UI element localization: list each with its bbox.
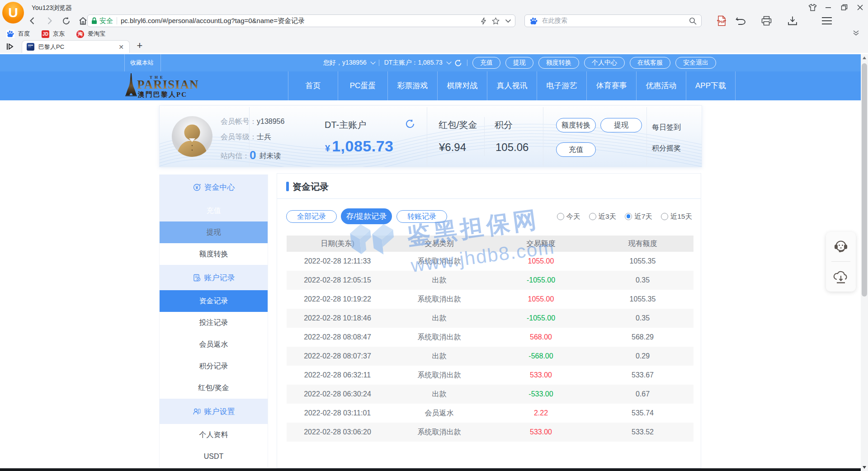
table-row[interactable]: 2022-02-28 03:11:01会员返水2.22535.74 — [287, 404, 693, 423]
member-id-value: y138956 — [257, 118, 284, 125]
account-refresh-icon[interactable] — [405, 119, 415, 129]
radio-icon[interactable] — [625, 213, 632, 220]
nav-item-promotions[interactable]: 优惠活动 — [636, 71, 686, 100]
table-row[interactable]: 2022-02-28 10:18:46出款-1055.000.35 — [287, 309, 693, 328]
scrollbar-thumb[interactable] — [862, 63, 867, 297]
sidebar-item-积分记录[interactable]: 积分记录 — [160, 355, 268, 377]
site-topbar: 收藏本站 您好，y138956 DT主账户：1,085.73 充值提现额度转换个… — [0, 54, 861, 71]
sidebar-item-资金记录[interactable]: 资金记录 — [160, 290, 268, 312]
baidu-paw-icon — [529, 17, 538, 25]
range-option-1[interactable]: 今天 — [557, 212, 580, 221]
bookmarks-collapse-icon[interactable] — [853, 30, 859, 38]
table-row[interactable]: 2022-02-28 08:07:37出款-568.000.29 — [287, 347, 693, 366]
member-level-value: 士兵 — [257, 133, 271, 141]
points-lottery-link[interactable]: 积分摇奖 — [652, 144, 681, 153]
bookmark-item[interactable]: 百度 — [6, 30, 30, 38]
withdraw-button[interactable]: 提现 — [505, 57, 533, 69]
table-row[interactable]: 2022-02-28 12:05:15出款-1055.000.35 — [287, 271, 693, 290]
inbox-count[interactable]: 0 — [250, 148, 256, 162]
menu-icon[interactable] — [821, 16, 832, 25]
search-icon[interactable] — [689, 17, 697, 25]
sidebar-item-投注记录[interactable]: 投注记录 — [160, 312, 268, 334]
refresh-icon[interactable] — [61, 15, 71, 26]
range-option-3[interactable]: 近7天 — [625, 212, 652, 221]
sidebar-item-提现[interactable]: 提现 — [160, 221, 268, 243]
table-row[interactable]: 2022-02-28 08:08:47系统取消出款568.00568.29 — [287, 328, 693, 347]
logout-button[interactable]: 安全退出 — [675, 57, 716, 69]
nav-item-lottery[interactable]: 彩票游戏 — [387, 71, 437, 100]
nav-item-pc-egg[interactable]: PC蛋蛋 — [338, 71, 387, 100]
radio-icon[interactable] — [557, 213, 564, 220]
nav-item-board-games[interactable]: 棋牌对战 — [437, 71, 487, 100]
bookmark-item[interactable]: 淘爱淘宝 — [76, 30, 105, 38]
table-row[interactable]: 2022-02-28 12:11:33系统取消出款1055.001055.35 — [287, 252, 693, 271]
undo-icon[interactable] — [736, 16, 746, 25]
card-transfer-button[interactable]: 额度转换 — [556, 118, 596, 132]
vertical-scrollbar[interactable] — [861, 54, 868, 471]
nav-item-home[interactable]: 首页 — [288, 71, 338, 100]
daily-signin-link[interactable]: 每日签到 — [652, 123, 681, 132]
sidebar-item-USDT[interactable]: USDT — [160, 446, 268, 467]
home-icon[interactable] — [77, 15, 88, 26]
nav-item-live-casino[interactable]: 真人视讯 — [487, 71, 537, 100]
maximize-restore-icon[interactable] — [840, 3, 849, 12]
sidebar-section-label: 账户设置 — [204, 406, 235, 417]
range-option-2[interactable]: 近3天 — [589, 212, 617, 221]
nav-item-sports[interactable]: 体育赛事 — [586, 71, 636, 100]
filter-transfer-records[interactable]: 转账记录 — [396, 210, 447, 223]
radio-icon[interactable] — [589, 213, 596, 220]
back-icon[interactable] — [27, 15, 38, 26]
main-account-text[interactable]: DT主账户：1,085.73 — [384, 59, 443, 67]
favorite-site-link[interactable]: 收藏本站 — [130, 54, 154, 71]
app-download-button[interactable] — [826, 262, 856, 291]
search-box[interactable]: 在此搜索 — [524, 14, 702, 27]
table-row[interactable]: 2022-02-28 03:06:20系统取消出款533.00533.52 — [287, 423, 693, 442]
print-icon[interactable] — [761, 16, 772, 26]
site-logo[interactable]: THE PARISIAN 澳門巴黎人PC — [124, 72, 224, 99]
cell-balance: 0.29 — [592, 352, 693, 360]
theme-skin-icon[interactable] — [808, 3, 817, 12]
sidebar-item-红包/奖金[interactable]: 红包/奖金 — [160, 377, 268, 399]
pdf-tool-icon[interactable]: PDF — [717, 15, 726, 26]
nav-item-e-games[interactable]: 电子游艺 — [537, 71, 586, 100]
sidebar-item-额度转换[interactable]: 额度转换 — [160, 243, 268, 265]
scroll-up-arrow[interactable] — [861, 54, 868, 61]
card-withdraw-button[interactable]: 提现 — [600, 118, 642, 132]
download-tool-icon[interactable] — [788, 16, 797, 26]
tab-list-icon[interactable] — [6, 43, 14, 52]
deposit-button[interactable]: 充值 — [472, 57, 500, 69]
forward-icon[interactable] — [44, 15, 55, 26]
scroll-down-arrow[interactable] — [861, 464, 868, 471]
range-option-4[interactable]: 近15天 — [661, 212, 692, 221]
address-bar[interactable]: 安全 pc.blryl6.com/#/personal/accountLog?t… — [87, 14, 515, 27]
title-marker — [286, 182, 289, 191]
radio-icon[interactable] — [661, 213, 668, 220]
customer-service-button[interactable] — [826, 232, 856, 261]
cell-date: 2022-02-28 10:18:46 — [287, 314, 388, 322]
filter-all-records[interactable]: 全部记录 — [286, 210, 337, 223]
bookmark-star-icon[interactable] — [492, 17, 500, 25]
address-dropdown-icon[interactable] — [505, 19, 511, 23]
balance-refresh-icon[interactable] — [454, 59, 462, 67]
online-service-button[interactable]: 在线客服 — [630, 57, 670, 69]
nav-item-app-download[interactable]: APP下载 — [686, 71, 736, 100]
browser-tab[interactable]: 巴黎人PC ✕ — [22, 40, 130, 53]
sidebar-item-充值[interactable]: 充值 — [160, 200, 268, 221]
personal-center-button[interactable]: 个人中心 — [584, 57, 625, 69]
minimize-icon[interactable] — [824, 3, 833, 12]
reader-lightning-icon[interactable] — [481, 17, 486, 25]
url-text[interactable]: pc.blryl6.com/#/personal/accountLog?tag=… — [121, 17, 305, 25]
filter-deposit-withdraw-records[interactable]: 存/提款记录 — [341, 208, 392, 224]
close-icon[interactable] — [855, 3, 864, 12]
transfer-button[interactable]: 额度转换 — [538, 57, 579, 69]
table-row[interactable]: 2022-02-28 06:32:11系统取消出款533.00533.67 — [287, 366, 693, 385]
greeting-text[interactable]: 您好，y138956 — [323, 59, 367, 67]
table-row[interactable]: 2022-02-28 06:30:24出款-533.000.67 — [287, 385, 693, 404]
new-tab-icon[interactable]: + — [135, 42, 144, 51]
bookmark-item[interactable]: JD京东 — [42, 30, 65, 38]
card-deposit-button[interactable]: 充值 — [556, 142, 596, 157]
sidebar-item-会员返水[interactable]: 会员返水 — [160, 334, 268, 355]
tab-close-icon[interactable]: ✕ — [118, 43, 125, 51]
table-row[interactable]: 2022-02-28 10:19:22系统取消出款1055.001055.35 — [287, 290, 693, 309]
sidebar-item-个人资料[interactable]: 个人资料 — [160, 424, 268, 446]
